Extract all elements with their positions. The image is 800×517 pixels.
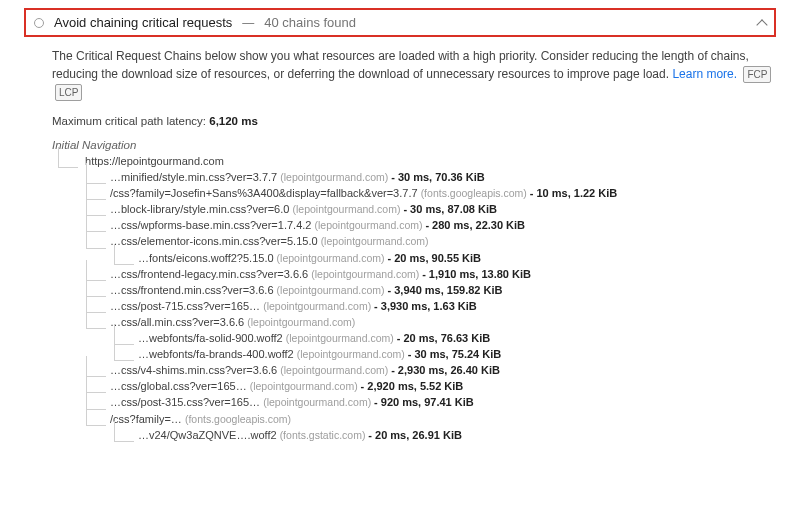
tree-row: …css/frontend.min.css?ver=3.6.6 (lepoint… bbox=[54, 282, 776, 298]
request-url: /css?family=Josefin+Sans%3A400&display=f… bbox=[110, 187, 421, 199]
request-domain: (lepointgourmand.com) bbox=[277, 252, 388, 264]
request-domain: (fonts.googleapis.com) bbox=[421, 187, 530, 199]
request-url: …css/all.min.css?ver=3.6.6 bbox=[110, 316, 247, 328]
request-stats: - 2,930 ms, 26.40 KiB bbox=[391, 364, 500, 376]
request-domain: (lepointgourmand.com) bbox=[263, 300, 374, 312]
request-url: …v24/Qw3aZQNVE….woff2 bbox=[138, 429, 280, 441]
audit-subtitle: 40 chains found bbox=[264, 15, 356, 30]
root-url: https://lepointgourmand.com bbox=[85, 155, 224, 167]
request-domain: (lepointgourmand.com) bbox=[280, 171, 391, 183]
request-domain: (lepointgourmand.com) bbox=[311, 268, 422, 280]
request-domain: (lepointgourmand.com) bbox=[315, 219, 426, 231]
request-domain: (lepointgourmand.com) bbox=[263, 396, 374, 408]
request-domain: (lepointgourmand.com) bbox=[292, 203, 403, 215]
lcp-chip: LCP bbox=[55, 84, 82, 101]
request-url: …css/frontend-legacy.min.css?ver=3.6.6 bbox=[110, 268, 311, 280]
request-stats: - 30 ms, 87.08 KiB bbox=[403, 203, 497, 215]
audit-title: Avoid chaining critical requests bbox=[54, 15, 232, 30]
request-domain: (lepointgourmand.com) bbox=[280, 364, 391, 376]
request-domain: (lepointgourmand.com) bbox=[286, 332, 397, 344]
request-stats: - 30 ms, 70.36 KiB bbox=[391, 171, 485, 183]
tree-row: …css/elementor-icons.min.css?ver=5.15.0 … bbox=[54, 233, 776, 249]
request-url: …css/frontend.min.css?ver=3.6.6 bbox=[110, 284, 277, 296]
request-chain-tree: https://lepointgourmand.com …minified/st… bbox=[54, 153, 776, 443]
request-url: …webfonts/fa-brands-400.woff2 bbox=[138, 348, 297, 360]
tree-row: …webfonts/fa-solid-900.woff2 (lepointgou… bbox=[54, 330, 776, 346]
request-url: …css/v4-shims.min.css?ver=3.6.6 bbox=[110, 364, 280, 376]
tree-row: …block-library/style.min.css?ver=6.0 (le… bbox=[54, 201, 776, 217]
audit-description: The Critical Request Chains below show y… bbox=[52, 47, 776, 101]
request-url: …css/wpforms-base.min.css?ver=1.7.4.2 bbox=[110, 219, 315, 231]
request-url: …fonts/eicons.woff2?5.15.0 bbox=[138, 252, 277, 264]
audit-header[interactable]: Avoid chaining critical requests — 40 ch… bbox=[24, 8, 776, 37]
description-text: The Critical Request Chains below show y… bbox=[52, 49, 749, 81]
request-url: /css?family=… bbox=[110, 413, 185, 425]
tree-row: …css/post-715.css?ver=165… (lepointgourm… bbox=[54, 298, 776, 314]
tree-row: …css/post-315.css?ver=165… (lepointgourm… bbox=[54, 394, 776, 410]
request-domain: (lepointgourmand.com) bbox=[247, 316, 355, 328]
tree-row: …css/wpforms-base.min.css?ver=1.7.4.2 (l… bbox=[54, 217, 776, 233]
request-domain: (fonts.googleapis.com) bbox=[185, 413, 291, 425]
request-stats: - 2,920 ms, 5.52 KiB bbox=[361, 380, 464, 392]
request-stats: - 3,940 ms, 159.82 KiB bbox=[388, 284, 503, 296]
request-stats: - 920 ms, 97.41 KiB bbox=[374, 396, 474, 408]
request-stats: - 30 ms, 75.24 KiB bbox=[408, 348, 502, 360]
request-stats: - 10 ms, 1.22 KiB bbox=[530, 187, 617, 199]
request-domain: (fonts.gstatic.com) bbox=[280, 429, 369, 441]
chevron-up-icon[interactable] bbox=[756, 19, 767, 30]
tree-row: …v24/Qw3aZQNVE….woff2 (fonts.gstatic.com… bbox=[54, 427, 776, 443]
latency-label: Maximum critical path latency: bbox=[52, 115, 206, 127]
request-stats: - 1,910 ms, 13.80 KiB bbox=[422, 268, 531, 280]
request-stats: - 20 ms, 90.55 KiB bbox=[388, 252, 482, 264]
request-url: …css/post-715.css?ver=165… bbox=[110, 300, 263, 312]
request-domain: (lepointgourmand.com) bbox=[250, 380, 361, 392]
request-url: …css/elementor-icons.min.css?ver=5.15.0 bbox=[110, 235, 321, 247]
request-url: …css/post-315.css?ver=165… bbox=[110, 396, 263, 408]
request-stats: - 280 ms, 22.30 KiB bbox=[425, 219, 525, 231]
tree-row: …minified/style.min.css?ver=3.7.7 (lepoi… bbox=[54, 169, 776, 185]
tree-row: /css?family=… (fonts.googleapis.com) bbox=[54, 411, 776, 427]
initial-navigation-label: Initial Navigation bbox=[52, 139, 776, 151]
request-url: …minified/style.min.css?ver=3.7.7 bbox=[110, 171, 280, 183]
request-url: …css/global.css?ver=165… bbox=[110, 380, 250, 392]
request-domain: (lepointgourmand.com) bbox=[277, 284, 388, 296]
learn-more-link[interactable]: Learn more. bbox=[672, 67, 737, 81]
fcp-chip: FCP bbox=[743, 66, 771, 83]
request-domain: (lepointgourmand.com) bbox=[297, 348, 408, 360]
request-stats: - 3,930 ms, 1.63 KiB bbox=[374, 300, 477, 312]
tree-root: https://lepointgourmand.com bbox=[54, 153, 776, 169]
request-stats: - 20 ms, 26.91 KiB bbox=[368, 429, 462, 441]
tree-row: …fonts/eicons.woff2?5.15.0 (lepointgourm… bbox=[54, 250, 776, 266]
request-stats: - 20 ms, 76.63 KiB bbox=[397, 332, 491, 344]
request-domain: (lepointgourmand.com) bbox=[321, 235, 429, 247]
latency-row: Maximum critical path latency: 6,120 ms bbox=[52, 115, 776, 127]
separator: — bbox=[242, 16, 254, 30]
tree-row: …css/v4-shims.min.css?ver=3.6.6 (lepoint… bbox=[54, 362, 776, 378]
status-circle-icon bbox=[34, 18, 44, 28]
request-url: …block-library/style.min.css?ver=6.0 bbox=[110, 203, 292, 215]
tree-row: …css/all.min.css?ver=3.6.6 (lepointgourm… bbox=[54, 314, 776, 330]
tree-row: …webfonts/fa-brands-400.woff2 (lepointgo… bbox=[54, 346, 776, 362]
tree-row: …css/global.css?ver=165… (lepointgourman… bbox=[54, 378, 776, 394]
tree-row: …css/frontend-legacy.min.css?ver=3.6.6 (… bbox=[54, 266, 776, 282]
tree-row: /css?family=Josefin+Sans%3A400&display=f… bbox=[54, 185, 776, 201]
latency-value: 6,120 ms bbox=[209, 115, 258, 127]
request-url: …webfonts/fa-solid-900.woff2 bbox=[138, 332, 286, 344]
